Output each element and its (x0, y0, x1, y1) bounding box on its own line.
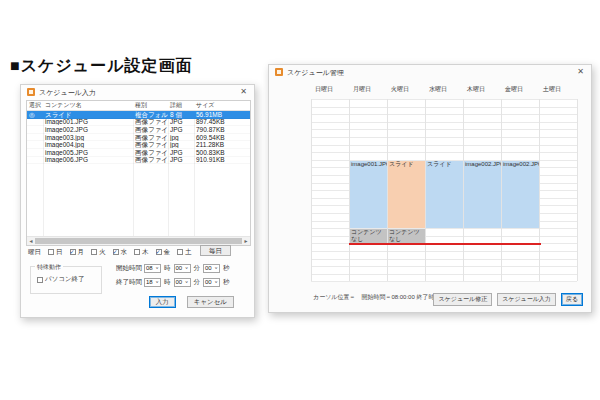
checkbox[interactable] (113, 249, 119, 255)
day-header: 土曜日 (539, 85, 577, 93)
second-select[interactable]: 00∨ (203, 264, 220, 273)
page-title: ■スケジュール設定画面 (10, 56, 193, 77)
unit-label: 分 (194, 278, 201, 287)
content-name: image004.jpg (43, 141, 133, 148)
schedule-edit-button[interactable]: スケジュール修正 (433, 293, 492, 306)
weekday-checkbox-item[interactable]: 金 (156, 248, 171, 257)
weekday-checkbox-item[interactable]: 木 (134, 248, 149, 257)
grid-hour-line (311, 145, 577, 146)
column-header[interactable]: コンテンツ名 (43, 101, 133, 110)
end-time-line (349, 243, 541, 245)
close-icon[interactable]: ✕ (240, 87, 247, 97)
content-type: 複合フォル.. (133, 111, 168, 118)
horizontal-scrollbar[interactable]: ◄ ► (27, 236, 250, 245)
column-header[interactable]: 詳細 (168, 101, 194, 110)
content-size: 910.91KB (194, 156, 250, 163)
checkbox[interactable] (70, 249, 76, 255)
second-select[interactable]: 00∨ (203, 278, 220, 287)
minute-value: 00 (176, 279, 183, 285)
schedule-block[interactable]: image002.JPG (464, 161, 501, 228)
grid-hour-line (311, 107, 577, 108)
listview-header: 選択コンテンツ名種別詳細サイズ (27, 101, 250, 111)
unit-label: 時 (164, 264, 171, 273)
content-type: 画像ファイル (133, 134, 168, 141)
content-detail: jpg (168, 134, 194, 141)
checkbox[interactable] (156, 249, 162, 255)
minute-select[interactable]: 00∨ (174, 264, 191, 273)
schedule-block[interactable]: コンテンツなし (388, 229, 425, 243)
schedule-block[interactable]: スライド (388, 161, 425, 228)
weekday-checkbox-item[interactable]: 月 (70, 248, 85, 257)
content-name: image005.JPG (43, 149, 133, 156)
column-header[interactable]: 種別 (133, 101, 168, 110)
table-row[interactable]: image006.JPG画像ファイルJPG910.91KB (27, 157, 250, 165)
checkbox[interactable] (91, 249, 97, 255)
schedule-block[interactable]: スライド (426, 161, 463, 228)
input-dialog-titlebar[interactable]: スケジュール入力 ✕ (21, 85, 254, 99)
submit-button[interactable]: 入力 (149, 296, 176, 308)
special-action-label: 特殊動作 (35, 263, 63, 272)
grid-hour-line (311, 122, 577, 123)
manage-window-titlebar[interactable]: スケジュール管理 ✕ (269, 65, 591, 79)
hour-select[interactable]: 18∨ (144, 278, 161, 287)
grid-hour-line (311, 129, 577, 130)
content-size: 211.28KB (194, 141, 250, 148)
grid-hour-line (311, 274, 577, 275)
day-label: 日 (56, 248, 63, 257)
weekday-checkbox-item[interactable]: 土 (177, 248, 192, 257)
unit-label: 秒 (223, 278, 230, 287)
back-button[interactable]: 戻る (561, 293, 583, 306)
content-size: 897.45KB (194, 118, 250, 125)
day-header: 木曜日 (463, 85, 501, 93)
checkbox[interactable] (48, 249, 54, 255)
grid-hour-line (311, 137, 577, 138)
schedule-manage-window: スケジュール管理 ✕ 日曜日月曜日火曜日水曜日木曜日金曜日土曜日 00:0001… (268, 64, 592, 313)
scroll-right-icon[interactable]: ► (242, 237, 250, 245)
chevron-down-icon: ∨ (155, 280, 159, 284)
column-header[interactable]: サイズ (194, 101, 250, 110)
day-header: 火曜日 (387, 85, 425, 93)
scrollbar-thumb[interactable] (35, 238, 242, 244)
scroll-left-icon[interactable]: ◄ (27, 237, 35, 245)
schedule-block[interactable]: image002.JPG (502, 161, 539, 228)
content-type: 画像ファイル (133, 118, 168, 125)
close-icon[interactable]: ✕ (577, 67, 584, 77)
schedule-block[interactable]: image001.JPG (350, 161, 387, 228)
checkbox[interactable] (177, 249, 183, 255)
grid-day-line (311, 99, 312, 281)
schedule-input-button[interactable]: スケジュール入力 (497, 293, 556, 306)
second-value: 00 (205, 265, 212, 271)
everyday-button[interactable]: 毎日 (200, 245, 231, 256)
checkbox[interactable] (134, 249, 140, 255)
minute-select[interactable]: 00∨ (174, 278, 191, 287)
column-header[interactable]: 選択 (27, 101, 43, 110)
grid-hour-line (311, 99, 577, 100)
schedule-input-dialog: スケジュール入力 ✕ 選択コンテンツ名種別詳細サイズ ◎スライド複合フォル..8… (20, 84, 255, 318)
hour-value: 08 (146, 265, 153, 271)
hour-select[interactable]: 08∨ (144, 264, 161, 273)
chevron-down-icon: ∨ (155, 266, 159, 270)
content-size: 56.91MB (194, 111, 250, 118)
grid-hour-line (311, 114, 577, 115)
chevron-down-icon: ∨ (214, 280, 218, 284)
weekday-label: 曜日 (28, 248, 41, 257)
day-label: 月 (78, 248, 85, 257)
time-row-label: 開始時間 (116, 264, 142, 273)
cancel-button[interactable]: キャンセル (187, 296, 234, 308)
schedule-block[interactable]: コンテンツなし (350, 229, 387, 243)
content-type: 画像ファイル (133, 156, 168, 163)
selection-mark: ◎ (27, 111, 43, 118)
calendar-grid[interactable]: image001.JPGスライドスライドimage002.JPGimage002… (311, 99, 577, 281)
weekday-row: 曜日 日月火水木金土 毎日 (28, 246, 248, 258)
content-detail: JPG (168, 118, 194, 125)
day-header: 月曜日 (349, 85, 387, 93)
content-detail: jpg (168, 141, 194, 148)
pc-shutdown-checkbox[interactable] (37, 277, 43, 283)
app-icon (275, 68, 283, 76)
content-listview[interactable]: 選択コンテンツ名種別詳細サイズ ◎スライド複合フォル..8 個56.91MBim… (26, 100, 251, 246)
weekday-checkbox-item[interactable]: 水 (113, 248, 128, 257)
week-calendar[interactable]: 日曜日月曜日火曜日水曜日木曜日金曜日土曜日 00:0001:0002:0003:… (269, 79, 591, 282)
weekday-checkbox-item[interactable]: 日 (48, 248, 63, 257)
day-label: 金 (164, 248, 171, 257)
weekday-checkbox-item[interactable]: 火 (91, 248, 106, 257)
